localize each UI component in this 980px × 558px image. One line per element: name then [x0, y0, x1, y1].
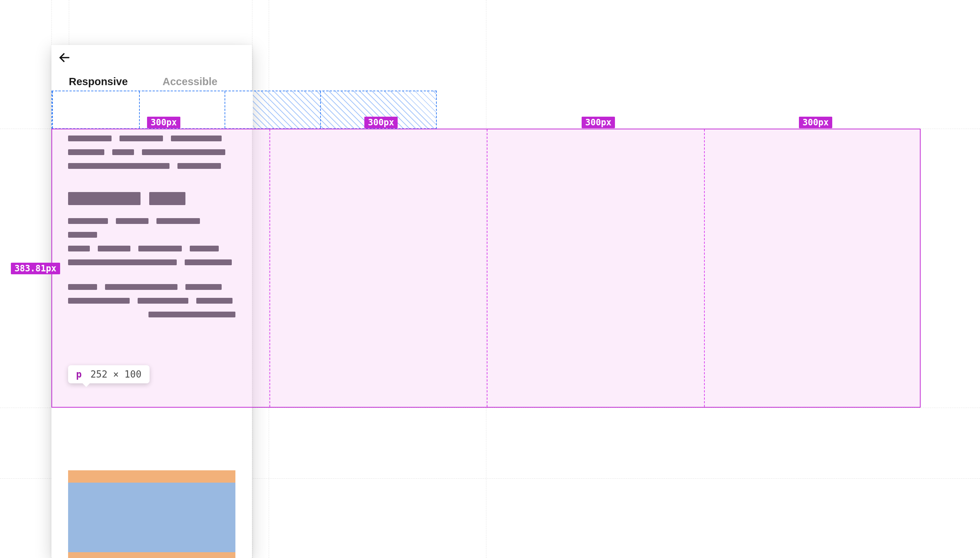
guide-vertical	[269, 0, 269, 558]
grid-column-divider	[270, 130, 270, 407]
tabs-row: Responsive Accessible Horizontal	[51, 70, 252, 93]
guide-vertical	[252, 0, 252, 558]
tab-label: Responsive	[69, 76, 128, 88]
box-model-margin	[68, 470, 236, 483]
box-model-overlay	[68, 470, 236, 558]
box-model-content	[68, 483, 236, 552]
device-header	[51, 45, 252, 70]
guide-vertical	[486, 0, 486, 558]
measurement-col-width: 300px	[799, 117, 832, 128]
tab-label: Accessible	[163, 76, 218, 88]
tab-horizontal[interactable]: Horizontal	[235, 70, 252, 93]
arrow-left-icon	[58, 51, 71, 64]
element-tag: p	[76, 369, 82, 380]
measurement-col-width: 300px	[364, 117, 398, 128]
measurement-value: 383.81px	[15, 263, 57, 274]
grid-column-divider	[487, 130, 488, 407]
placeholder-block	[68, 192, 236, 317]
measurement-value: 300px	[151, 117, 177, 128]
element-tooltip: p 252 × 100	[68, 365, 150, 383]
measurement-col-width: 300px	[147, 117, 180, 128]
measurement-height: 383.81px	[11, 263, 60, 274]
box-model-margin	[68, 552, 236, 558]
back-button[interactable]	[58, 51, 71, 64]
measurement-value: 300px	[585, 117, 611, 128]
grid-column-divider	[704, 130, 705, 407]
measurement-col-width: 300px	[582, 117, 615, 128]
measurement-value: 300px	[803, 117, 829, 128]
element-dimensions: 252 × 100	[90, 369, 142, 380]
measurement-value: 300px	[368, 117, 394, 128]
tab-accessible[interactable]: Accessible	[145, 70, 235, 93]
tab-responsive[interactable]: Responsive	[51, 70, 145, 93]
